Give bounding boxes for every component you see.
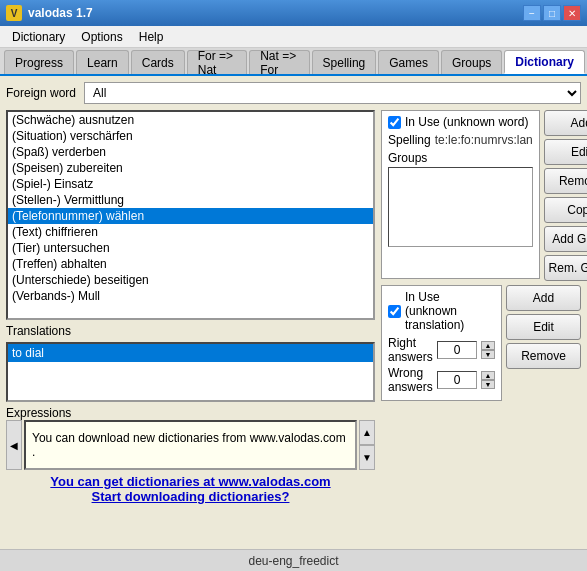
groups-label: Groups [388, 151, 533, 165]
add-translation-button[interactable]: Add [506, 285, 581, 311]
word-action-buttons: Add Edit Remove Copy Add Group Rem. Grou… [544, 110, 587, 281]
menubar: Dictionary Options Help [0, 26, 587, 48]
statusbar-text: deu-eng_freedict [248, 554, 338, 568]
get-dictionaries-link[interactable]: You can get dictionaries at www.valodas.… [6, 474, 375, 489]
list-item[interactable]: (Spiel-) Einsatz [8, 176, 373, 192]
translation-in-use-checkbox[interactable] [388, 305, 401, 318]
right-answers-down[interactable]: ▼ [481, 350, 495, 359]
translations-list: to dial [6, 342, 375, 402]
translation-details-area: In Use (unknown translation) Right answe… [381, 285, 581, 401]
tab-groups[interactable]: Groups [441, 50, 502, 74]
expressions-scroll-up[interactable]: ▲ [359, 420, 375, 445]
tab-for-nat[interactable]: For => Nat [187, 50, 247, 74]
translations-section: Translations to dial [6, 324, 375, 402]
tab-learn[interactable]: Learn [76, 50, 129, 74]
statusbar: deu-eng_freedict [0, 549, 587, 571]
in-use-checkbox[interactable] [388, 116, 401, 129]
right-col: In Use (unknown word) Spelling te:le:fo:… [381, 110, 581, 543]
right-answers-input[interactable] [437, 341, 477, 359]
translation-action-buttons: Add Edit Remove [506, 285, 581, 401]
menu-options[interactable]: Options [73, 28, 130, 46]
foreign-word-filter[interactable]: All [84, 82, 581, 104]
translation-item-selected[interactable]: to dial [8, 344, 373, 362]
list-item[interactable]: (Schwäche) ausnutzen [8, 112, 373, 128]
translation-in-use-label: In Use (unknown translation) [405, 290, 495, 332]
tab-nat-for[interactable]: Nat => For [249, 50, 309, 74]
word-details-panel: In Use (unknown word) Spelling te:le:fo:… [381, 110, 540, 279]
list-item[interactable]: (Stellen-) Vermittlung [8, 192, 373, 208]
tab-cards[interactable]: Cards [131, 50, 185, 74]
list-item[interactable]: (Tier) untersuchen [8, 240, 373, 256]
list-item[interactable]: (Text) chiffrieren [8, 224, 373, 240]
list-item-selected[interactable]: (Telefonnummer) wählen [8, 208, 373, 224]
foreign-word-label: Foreign word [6, 86, 76, 100]
word-list: (Schwäche) ausnutzen (Situation) verschä… [6, 110, 375, 320]
foreign-word-row: Foreign word All [6, 82, 581, 104]
tab-spelling[interactable]: Spelling [312, 50, 377, 74]
rem-group-button[interactable]: Rem. Group [544, 255, 587, 281]
add-group-button[interactable]: Add Group [544, 226, 587, 252]
expressions-scroll-down[interactable]: ▼ [359, 445, 375, 470]
remove-word-button[interactable]: Remove [544, 168, 587, 194]
wrong-answers-input[interactable] [437, 371, 477, 389]
tab-progress[interactable]: Progress [4, 50, 74, 74]
close-button[interactable]: ✕ [563, 5, 581, 21]
groups-box [388, 167, 533, 247]
list-item[interactable]: (Situation) verschärfen [8, 128, 373, 144]
add-word-button[interactable]: Add [544, 110, 587, 136]
list-item[interactable]: (Speisen) zubereiten [8, 160, 373, 176]
app-icon: V [6, 5, 22, 21]
translation-details-panel: In Use (unknown translation) Right answe… [381, 285, 502, 401]
right-answers-label: Right answers [388, 336, 433, 364]
in-use-label: In Use (unknown word) [405, 115, 528, 129]
tab-games[interactable]: Games [378, 50, 439, 74]
list-item[interactable]: (Spaß) verderben [8, 144, 373, 160]
tabbar: Progress Learn Cards For => Nat Nat => F… [0, 48, 587, 76]
edit-translation-button[interactable]: Edit [506, 314, 581, 340]
translations-label: Translations [6, 324, 375, 338]
start-downloading-link[interactable]: Start downloading dictionaries? [6, 489, 375, 504]
expressions-section: Expressions ◀ You can download new dicti… [6, 406, 375, 508]
spelling-value: te:le:fo:numrvs:lan [435, 133, 533, 147]
expressions-links: You can get dictionaries at www.valodas.… [6, 470, 375, 508]
menu-help[interactable]: Help [131, 28, 172, 46]
expressions-label: Expressions [6, 406, 71, 420]
word-details-area: In Use (unknown word) Spelling te:le:fo:… [381, 110, 581, 281]
wrong-answers-up[interactable]: ▲ [481, 371, 495, 380]
app-title: valodas 1.7 [28, 6, 93, 20]
list-item[interactable]: (Treffen) abhalten [8, 256, 373, 272]
remove-translation-button[interactable]: Remove [506, 343, 581, 369]
list-item[interactable]: (Verbands-) Mull [8, 288, 373, 304]
minimize-button[interactable]: − [523, 5, 541, 21]
list-item[interactable]: (Unterschiede) beseitigen [8, 272, 373, 288]
copy-button[interactable]: Copy [544, 197, 587, 223]
titlebar: V valodas 1.7 − □ ✕ [0, 0, 587, 26]
maximize-button[interactable]: □ [543, 5, 561, 21]
wrong-answers-label: Wrong answers [388, 366, 433, 394]
wrong-answers-down[interactable]: ▼ [481, 380, 495, 389]
tab-dictionary[interactable]: Dictionary [504, 50, 585, 74]
edit-word-button[interactable]: Edit [544, 139, 587, 165]
expressions-content: You can download new dictionaries from w… [24, 420, 357, 470]
menu-dictionary[interactable]: Dictionary [4, 28, 73, 46]
spelling-label: Spelling [388, 133, 431, 147]
right-answers-up[interactable]: ▲ [481, 341, 495, 350]
expressions-prev-button[interactable]: ◀ [6, 420, 22, 470]
main-content: Foreign word All (Schwäche) ausnutzen (S… [0, 76, 587, 549]
